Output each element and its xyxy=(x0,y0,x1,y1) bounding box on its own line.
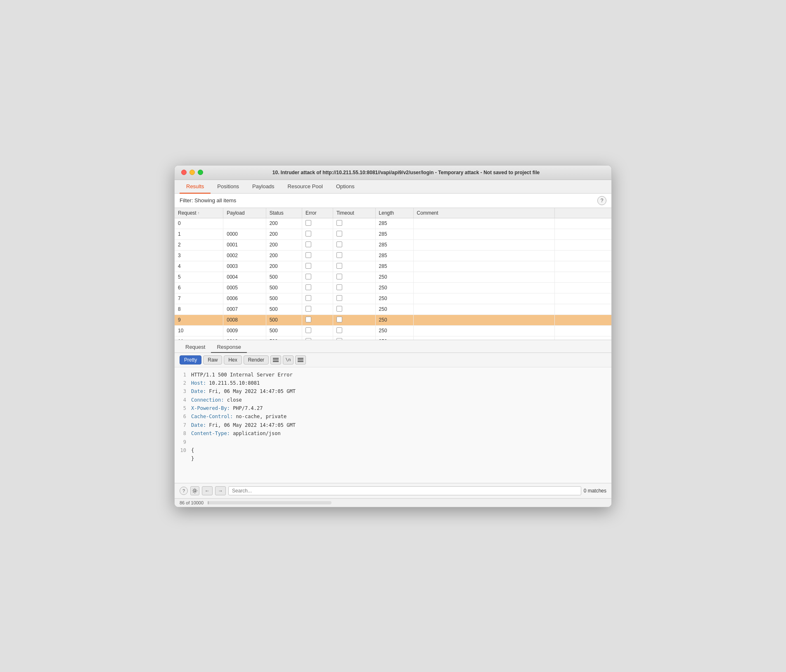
cell-extra xyxy=(555,261,611,272)
response-line: 6Cache-Control: no-cache, private xyxy=(180,412,606,421)
cell-request: 0 xyxy=(175,218,223,229)
cell-error xyxy=(302,336,333,340)
cell-comment xyxy=(413,336,555,340)
col-header-comment[interactable]: Comment xyxy=(413,208,555,218)
table-row[interactable]: 8 0007 500 250 xyxy=(175,304,611,315)
cell-status: 500 xyxy=(266,315,302,325)
table-row[interactable]: 6 0005 500 250 xyxy=(175,282,611,293)
cell-payload: 0001 xyxy=(223,239,266,250)
cell-request: 5 xyxy=(175,272,223,282)
tab-payloads[interactable]: Payloads xyxy=(246,180,281,194)
table-row[interactable]: 7 0006 500 250 xyxy=(175,293,611,304)
view-raw-button[interactable]: Raw xyxy=(203,355,222,364)
table-row[interactable]: 1 0000 200 285 xyxy=(175,229,611,239)
tab-resource-pool[interactable]: Resource Pool xyxy=(281,180,329,194)
col-header-length[interactable]: Length xyxy=(375,208,413,218)
response-line: 4Connection: close xyxy=(180,396,606,404)
response-line: 10{ xyxy=(180,446,606,454)
cell-comment xyxy=(413,325,555,336)
tab-options[interactable]: Options xyxy=(329,180,361,194)
cell-length: 285 xyxy=(375,261,413,272)
col-header-timeout[interactable]: Timeout xyxy=(333,208,375,218)
menu-icon[interactable] xyxy=(295,355,306,364)
cell-error xyxy=(302,293,333,304)
cell-payload xyxy=(223,218,266,229)
cell-length: 285 xyxy=(375,250,413,261)
view-render-button[interactable]: Render xyxy=(244,355,269,364)
cell-timeout xyxy=(333,261,375,272)
table-row[interactable]: 4 0003 200 285 xyxy=(175,261,611,272)
list-icon[interactable] xyxy=(270,355,281,364)
cell-extra xyxy=(555,239,611,250)
minimize-button[interactable] xyxy=(189,170,195,175)
response-line: 1HTTP/1.1 500 Internal Server Error xyxy=(180,371,606,379)
tabs-bar: Results Positions Payloads Resource Pool… xyxy=(175,180,611,194)
cell-error xyxy=(302,315,333,325)
response-line: 3Date: Fri, 06 May 2022 14:47:05 GMT xyxy=(180,387,606,395)
cell-comment xyxy=(413,261,555,272)
cell-length: 250 xyxy=(375,282,413,293)
tab-positions[interactable]: Positions xyxy=(211,180,246,194)
col-header-payload[interactable]: Payload xyxy=(223,208,266,218)
cell-timeout xyxy=(333,250,375,261)
cell-error xyxy=(302,261,333,272)
progress-bar-track xyxy=(208,501,331,504)
cell-timeout xyxy=(333,229,375,239)
cell-comment xyxy=(413,239,555,250)
status-label: 86 of 10000 xyxy=(180,500,204,505)
filter-label: Filter: Showing all items xyxy=(180,197,236,203)
cell-comment xyxy=(413,315,555,325)
table-row[interactable]: 3 0002 200 285 xyxy=(175,250,611,261)
cell-status: 200 xyxy=(266,229,302,239)
cell-length: 285 xyxy=(375,218,413,229)
newline-icon[interactable]: \n xyxy=(283,355,294,364)
svg-rect-2 xyxy=(273,361,279,362)
maximize-button[interactable] xyxy=(198,170,203,175)
bottom-help-button[interactable]: ? xyxy=(180,487,188,495)
settings-icon[interactable] xyxy=(190,486,199,495)
view-pretty-button[interactable]: Pretty xyxy=(180,355,201,364)
cell-comment xyxy=(413,272,555,282)
table-row[interactable]: 0 200 285 xyxy=(175,218,611,229)
table-row[interactable]: 10 0009 500 250 xyxy=(175,325,611,336)
filter-bar: Filter: Showing all items ? xyxy=(175,194,611,208)
cell-error xyxy=(302,272,333,282)
response-line: } xyxy=(180,454,606,463)
cell-error xyxy=(302,218,333,229)
results-table-wrapper[interactable]: Request ↑ Payload Status Error Timeout L… xyxy=(175,208,611,340)
cell-comment xyxy=(413,250,555,261)
traffic-lights xyxy=(181,170,203,175)
cell-error xyxy=(302,304,333,315)
col-header-request[interactable]: Request ↑ xyxy=(175,208,223,218)
cell-timeout xyxy=(333,218,375,229)
close-button[interactable] xyxy=(181,170,187,175)
view-hex-button[interactable]: Hex xyxy=(224,355,241,364)
cell-payload: 0004 xyxy=(223,272,266,282)
cell-extra xyxy=(555,282,611,293)
filter-help-button[interactable]: ? xyxy=(597,196,606,205)
table-row[interactable]: 9 0008 500 250 xyxy=(175,315,611,325)
forward-button[interactable]: → xyxy=(215,486,226,495)
cell-extra xyxy=(555,218,611,229)
table-row[interactable]: 5 0004 500 250 xyxy=(175,272,611,282)
back-button[interactable]: ← xyxy=(202,486,213,495)
tab-request[interactable]: Request xyxy=(180,342,211,353)
cell-status: 200 xyxy=(266,250,302,261)
cell-request: 1 xyxy=(175,229,223,239)
tab-results[interactable]: Results xyxy=(180,180,211,194)
table-row[interactable]: 11 0010 500 250 xyxy=(175,336,611,340)
cell-status: 500 xyxy=(266,336,302,340)
col-header-error[interactable]: Error xyxy=(302,208,333,218)
cell-extra xyxy=(555,304,611,315)
table-row[interactable]: 2 0001 200 285 xyxy=(175,239,611,250)
cell-payload: 0006 xyxy=(223,293,266,304)
cell-payload: 0008 xyxy=(223,315,266,325)
col-header-status[interactable]: Status xyxy=(266,208,302,218)
response-body: 1HTTP/1.1 500 Internal Server Error2Host… xyxy=(175,367,611,483)
cell-status: 500 xyxy=(266,304,302,315)
search-input[interactable] xyxy=(228,486,581,495)
sort-arrow-request: ↑ xyxy=(198,211,200,215)
tab-response[interactable]: Response xyxy=(211,342,247,353)
cell-comment xyxy=(413,293,555,304)
cell-length: 250 xyxy=(375,336,413,340)
